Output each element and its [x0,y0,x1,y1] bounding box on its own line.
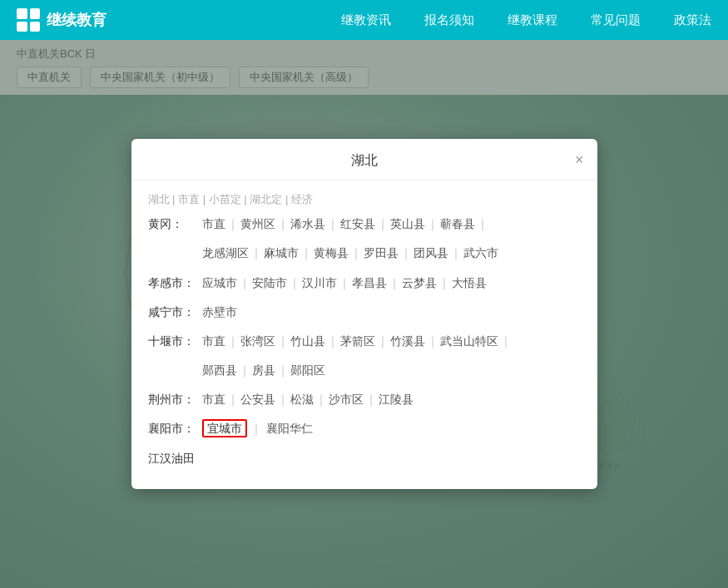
region-items-huanggang: 市直｜黄州区｜浠水县｜红安县｜英山县｜蕲春县｜ [202,214,581,235]
region-label-shiyan: 十堰市： [148,331,202,352]
logo-text: 继续教育 [47,10,106,30]
nav-item-3[interactable]: 继教课程 [508,12,557,28]
region-label-empty2 [148,360,202,381]
city-shizhi-jz[interactable]: 市直 [202,393,225,406]
city-fangxian[interactable]: 房县 [252,363,275,377]
city-zhuxixian[interactable]: 竹溪县 [390,334,425,348]
truncated-text: 湖北 | 市直 | 小苗定 | 湖北定 | 经济 [148,192,581,207]
modal-body[interactable]: 湖北 | 市直 | 小苗定 | 湖北定 | 经济 黄冈： 市直｜黄州区｜浠水县｜… [131,180,597,489]
city-songzi[interactable]: 松滋 [290,393,314,406]
city-hanchuanshi[interactable]: 汉川市 [302,276,337,289]
city-zhangwanqu[interactable]: 张湾区 [240,334,275,348]
city-gonganxian[interactable]: 公安县 [240,393,275,406]
city-wuliushi[interactable]: 武六市 [463,246,498,259]
city-wudangshantq[interactable]: 武当山特区 [440,334,498,348]
city-yingshanxian[interactable]: 英山县 [390,217,425,230]
city-maojianqu[interactable]: 茅箭区 [340,334,375,348]
modal-title: 湖北 [351,152,378,170]
city-jianlingxian[interactable]: 江陵县 [379,393,414,406]
region-row-shiyan: 十堰市： 市直｜张湾区｜竹山县｜茅箭区｜竹溪县｜武当山特区｜ [148,331,581,352]
region-label-jingzhou: 荆州市： [148,389,202,410]
nav-menu: 继教资讯 报名须知 继教课程 常见问题 政策法 [341,12,711,28]
region-row-jingzhou: 荆州市： 市直｜公安县｜松滋｜沙市区｜江陵县 [148,389,581,410]
region-row-xiaogan: 孝感市： 应城市｜安陆市｜汉川市｜孝昌县｜云梦县｜大悟县 [148,273,581,294]
city-yichengshi[interactable]: 宜城市 [202,419,247,437]
city-anlu[interactable]: 安陆市 [252,276,287,289]
city-tuanfengxian[interactable]: 团风县 [414,246,448,259]
city-yunyangqu[interactable]: 郧阳区 [290,363,325,377]
region-label-xiaogan: 孝感市： [148,273,202,294]
region-label-jianghan: 江汉油田 [148,448,202,469]
city-shashiqu[interactable]: 沙市区 [329,393,364,406]
region-row-xianning: 咸宁市： 赤壁市 [148,302,581,323]
city-xiangyanghuaren[interactable]: 襄阳华仁 [264,422,314,435]
region-row-huanggang2: 龙感湖区｜麻城市｜黄梅县｜罗田县｜团风县｜武六市 [148,243,581,264]
region-items-jianghan [202,448,581,469]
city-shizhi-sy[interactable]: 市直 [202,334,225,348]
modal-dialog: 湖北 × 湖北 | 市直 | 小苗定 | 湖北定 | 经济 黄冈： 市直｜黄州区… [131,139,597,489]
city-huangmeixian[interactable]: 黄梅县 [314,246,349,259]
city-zhushanxian[interactable]: 竹山县 [290,334,325,348]
region-items-shiyan: 市直｜张湾区｜竹山县｜茅箭区｜竹溪县｜武当山特区｜ [202,331,581,352]
city-machengshi[interactable]: 麻城市 [264,246,299,259]
nav-item-5[interactable]: 政策法 [674,12,711,28]
city-shizhi-hg[interactable]: 市直 [202,217,225,230]
modal-overlay: 湖北 × 湖北 | 市直 | 小苗定 | 湖北定 | 经济 黄冈： 市直｜黄州区… [0,40,728,588]
region-row-jianghan: 江汉油田 [148,448,581,469]
header: 继续教育 继教资讯 报名须知 继教课程 常见问题 政策法 [0,0,728,40]
city-dawuxian[interactable]: 大悟县 [452,276,487,289]
region-label-xianning: 咸宁市： [148,302,202,323]
city-honganxian[interactable]: 红安县 [340,217,375,230]
city-yunxixian[interactable]: 郧西县 [202,363,237,377]
region-items-shiyan2: 郧西县｜房县｜郧阳区 [202,360,581,381]
city-huangzhouqu[interactable]: 黄州区 [240,217,275,230]
nav-item-2[interactable]: 报名须知 [424,12,474,28]
region-items-xianning: 赤壁市 [202,302,581,323]
region-label-empty [148,243,202,264]
nav-item-4[interactable]: 常见问题 [591,12,641,28]
city-xiaochangxian[interactable]: 孝昌县 [352,276,387,289]
region-row-huanggang: 黄冈： 市直｜黄州区｜浠水县｜红安县｜英山县｜蕲春县｜ [148,214,581,235]
region-label-xiangyang: 襄阳市： [148,418,202,439]
modal-close-button[interactable]: × [575,152,584,167]
city-qichunxian[interactable]: 蕲春县 [440,217,475,230]
city-xishuixian[interactable]: 浠水县 [290,217,325,230]
region-items-jingzhou: 市直｜公安县｜松滋｜沙市区｜江陵县 [202,389,581,410]
logo-icon [17,8,40,32]
region-items-xiangyang: 宜城市｜ 襄阳华仁 [202,418,581,439]
region-label-huanggang: 黄冈： [148,214,202,235]
nav-item-1[interactable]: 继教资讯 [341,12,391,28]
modal-header: 湖北 × [131,139,597,180]
city-chibishu[interactable]: 赤壁市 [202,305,237,319]
region-row-xiangyang: 襄阳市： 宜城市｜ 襄阳华仁 [148,418,581,439]
city-longganhq[interactable]: 龙感湖区 [202,246,249,259]
region-items-xiaogan: 应城市｜安陆市｜汉川市｜孝昌县｜云梦县｜大悟县 [202,273,581,294]
region-row-shiyan2: 郧西县｜房县｜郧阳区 [148,360,581,381]
city-luotianxian[interactable]: 罗田县 [364,246,399,259]
city-yunmengxian[interactable]: 云梦县 [402,276,437,289]
city-yingchengshi[interactable]: 应城市 [202,276,237,289]
logo: 继续教育 [17,8,106,32]
region-items-huanggang2: 龙感湖区｜麻城市｜黄梅县｜罗田县｜团风县｜武六市 [202,243,581,264]
